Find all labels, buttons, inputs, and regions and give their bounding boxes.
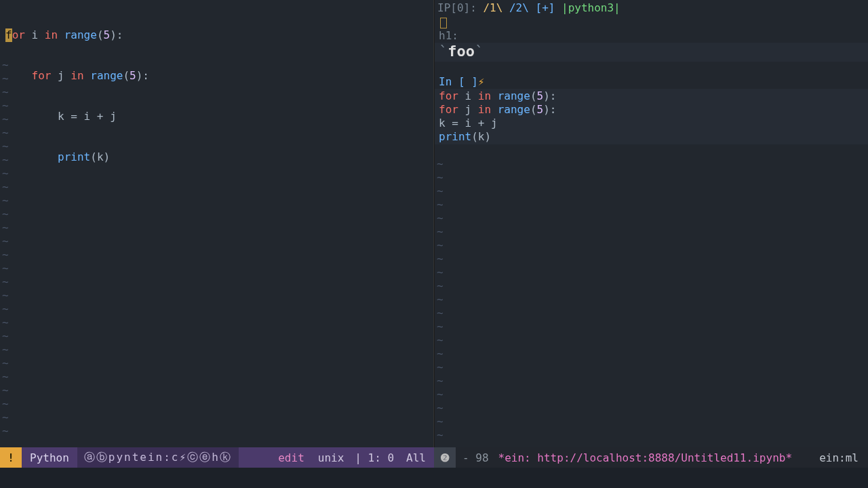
cursor-position: | 1: 0 [351, 451, 398, 464]
left-tilde-column: for(let t=0;t<28;t++)document.write('<di… [2, 58, 9, 438]
window-number-badge: ❷ [434, 447, 456, 468]
left-pane[interactable]: for i in range(5): for j in range(5): k … [0, 0, 434, 447]
cell-line-1: for i in range(5): [435, 89, 868, 103]
vim-state-indicator: edit [271, 451, 311, 464]
empty-cell-cursor-icon [440, 18, 447, 28]
minibuffer[interactable] [0, 468, 868, 488]
worksheet-tab-2[interactable]: /2\ [502, 1, 529, 14]
modeline-row: ! Python ⓐⓑpyntein:c⚡ⓒⓔhⓚ edit unix | 1:… [0, 447, 868, 468]
encoding-indicator: unix [311, 451, 351, 464]
lightning-icon: ⚡ [478, 75, 485, 88]
cell-line-2: for j in range(5): [435, 103, 868, 117]
worksheet-tab-1[interactable]: /1\ [483, 1, 502, 14]
minor-modes-segment: ⓐⓑpyntein:c⚡ⓒⓔhⓚ [77, 447, 239, 468]
markdown-heading-cell[interactable]: `foo` [435, 43, 868, 62]
code-line-4: print(k) [5, 150, 428, 164]
modeline-right: ❷ - 98 *ein: http://localhost:8888/Untit… [434, 447, 868, 468]
buffer-name: *ein: http://localhost:8888/Untitled11.i… [496, 451, 795, 464]
code-cell[interactable]: for i in range(5): for j in range(5): k … [435, 89, 868, 144]
code-line-1: for i in range(5): [5, 28, 428, 42]
cell-line-3: k = i + j [435, 117, 868, 130]
modeline-left: ! Python ⓐⓑpyntein:c⚡ⓒⓔhⓚ edit unix | 1:… [0, 447, 434, 468]
cell-marker-blank [439, 16, 864, 29]
right-tilde-column: for(let t=0;t<21;t++)document.write('<di… [437, 157, 443, 442]
left-code-area[interactable]: for i in range(5): for j in range(5): k … [0, 0, 433, 192]
major-mode-label: Python [22, 451, 77, 464]
notebook-body[interactable]: h1: `foo` In [ ]⚡ for i in range(5): for… [435, 16, 868, 144]
in-prompt-line: In [ ]⚡ [439, 75, 864, 89]
h1-label-line: h1: [439, 29, 864, 43]
worksheet-add-tab[interactable]: [+] [529, 1, 561, 14]
code-line-2: for j in range(5): [5, 69, 428, 83]
split-panes: for i in range(5): for j in range(5): k … [0, 0, 868, 447]
cell-line-4: print(k) [435, 130, 868, 144]
code-line-3: k = i + j [5, 110, 428, 123]
block-cursor: f [5, 28, 12, 42]
notebook-tab-header: IP[0]: /1\ /2\ [+] |python3| [435, 0, 868, 16]
right-mode-label: ein:ml [810, 451, 868, 464]
editor-root: for i in range(5): for j in range(5): k … [0, 0, 868, 488]
right-pane[interactable]: IP[0]: /1\ /2\ [+] |python3| h1: `foo` I… [435, 0, 868, 447]
kernel-indicator: |python3| [561, 1, 620, 14]
blank-line [439, 62, 864, 75]
warning-badge-icon: ! [0, 447, 22, 468]
right-pos-prefix: - 98 [456, 451, 496, 464]
scroll-percent: All [398, 451, 434, 464]
ip-prefix: IP[0]: [437, 1, 483, 14]
